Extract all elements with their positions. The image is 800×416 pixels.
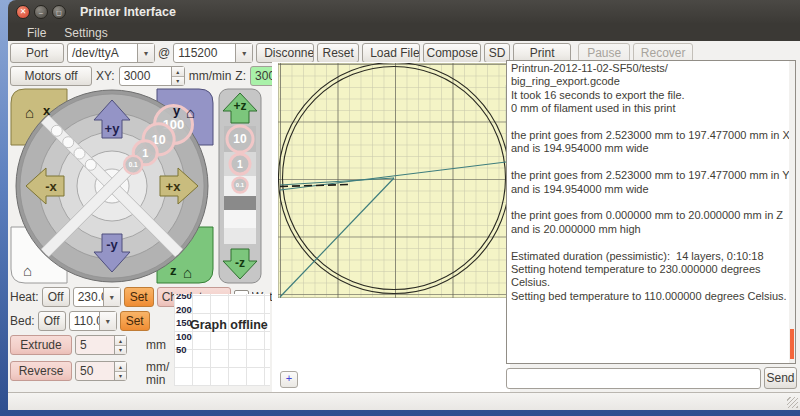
port-select-value: /dev/ttyA — [68, 44, 137, 62]
speed-unit-label-2: min — [146, 373, 165, 387]
log-line: Setting bed temperature to 110.000000 de… — [511, 290, 791, 303]
log-line: 0 mm of filament used in this print — [511, 102, 791, 115]
log-line — [511, 116, 791, 129]
log-line: and is 194.954000 mm wide — [511, 142, 791, 155]
spin-up-icon[interactable]: ▴ — [115, 336, 126, 346]
feed-unit-label: mm/min — [189, 69, 232, 83]
log-line: the print goes from 2.523000 mm to 197.4… — [511, 129, 791, 142]
graph-axis-label: 50 — [176, 344, 192, 358]
gcode-viewer[interactable]: + — [272, 62, 510, 392]
disconnect-button[interactable]: Disconnect — [256, 43, 314, 63]
home-icon: ⌂ — [25, 104, 34, 121]
minimize-icon[interactable]: – — [34, 5, 48, 19]
status-bar — [8, 392, 800, 410]
step-01-label: 0.1 — [129, 161, 138, 168]
gcode-canvas[interactable] — [278, 63, 508, 298]
heat-off-button[interactable]: Off — [42, 287, 70, 307]
close-icon[interactable]: ✕ — [16, 5, 30, 19]
log-output[interactable]: Printrun-2012-11-02-SF50/tests/big_ring_… — [506, 60, 796, 364]
home-icon: ⌂ — [23, 262, 32, 279]
z-step-1-label: 1 — [237, 158, 243, 170]
jog-pad[interactable]: +y -y -x +x 100 10 1 0.1 ⌂ x y ⌂ ⌂ z ⌂ — [10, 88, 214, 284]
extrude-length-stepper[interactable]: ▴▾ — [75, 335, 127, 355]
bed-label: Bed: — [10, 314, 35, 328]
chevron-down-icon[interactable]: ▾ — [137, 44, 154, 62]
spin-down-icon[interactable]: ▾ — [172, 77, 184, 86]
menu-item[interactable]: File — [18, 26, 55, 40]
maximize-icon[interactable]: ◻ — [52, 5, 66, 19]
compose-button[interactable]: Compose — [423, 43, 481, 63]
extrude-unit-label: mm — [146, 338, 166, 352]
window-title: Printer Interface — [80, 5, 176, 19]
z-jog-control[interactable]: +z -z 10 1 0.1 — [218, 88, 262, 284]
baud-select[interactable]: 115200 ▾ — [173, 43, 253, 63]
reset-button[interactable]: Reset — [317, 43, 359, 63]
send-button[interactable]: Send — [764, 367, 797, 389]
z-selected-band[interactable] — [224, 196, 256, 210]
reverse-speed-stepper[interactable]: ▴▾ — [75, 361, 127, 381]
log-line: Estimated duration (pessimistic): 14 lay… — [511, 250, 791, 263]
reverse-speed-input[interactable] — [76, 362, 114, 380]
log-line — [511, 236, 791, 249]
log-line: It took 16 seconds to export the file. — [511, 89, 791, 102]
extrude-button[interactable]: Extrude — [10, 335, 72, 355]
jog-plus-x-label: +x — [166, 179, 182, 194]
temp-graph: 25020015010050 Graph offline — [174, 294, 270, 386]
desktop: ✕ – ◻ Printer Interface FileSettings Por… — [0, 0, 800, 416]
home-icon: ⌂ — [183, 264, 192, 281]
graph-axis-label: 250 — [176, 294, 192, 304]
chevron-down-icon[interactable]: ▾ — [103, 288, 120, 306]
port-button[interactable]: Port — [10, 43, 64, 63]
z-step-01-label: 0.1 — [236, 182, 245, 188]
log-line — [511, 196, 791, 209]
zoom-in-button[interactable]: + — [280, 371, 298, 388]
baud-select-value: 115200 — [174, 44, 235, 62]
load-file-button[interactable]: Load File — [362, 43, 420, 63]
home-x-label: x — [43, 103, 51, 118]
heat-target-value: 230.0 — [74, 288, 103, 306]
z-feed-label: Z: — [235, 69, 246, 83]
spin-down-icon[interactable]: ▾ — [115, 372, 126, 381]
log-scrollbar-thumb[interactable] — [790, 329, 794, 359]
spin-up-icon[interactable]: ▴ — [115, 362, 126, 372]
z-step-10-label: 10 — [233, 132, 247, 146]
chevron-down-icon[interactable]: ▾ — [99, 312, 116, 330]
home-y-label: y — [173, 103, 181, 118]
log-line: and is 194.954000 mm wide — [511, 183, 791, 196]
resize-grip-icon[interactable] — [787, 397, 798, 408]
z-band[interactable] — [224, 228, 256, 244]
xy-feed-stepper[interactable]: ▴▾ — [119, 66, 185, 86]
reverse-button[interactable]: Reverse — [10, 361, 72, 381]
xy-feed-input[interactable] — [120, 67, 171, 85]
log-line: big_ring_export.gcode — [511, 75, 791, 88]
heat-label: Heat: — [10, 290, 39, 304]
motors-off-button[interactable]: Motors off — [10, 66, 92, 86]
log-scrollbar[interactable] — [789, 61, 795, 363]
extrude-row: Extrude ▴▾ — [10, 334, 127, 356]
jog-plus-y-label: +y — [105, 121, 121, 136]
bed-off-button[interactable]: Off — [38, 311, 66, 331]
at-label: @ — [158, 46, 170, 60]
chevron-down-icon[interactable]: ▾ — [235, 44, 252, 62]
step-1-label: 1 — [142, 147, 148, 159]
jog-minus-x-label: -x — [45, 179, 57, 194]
log-line: Printrun-2012-11-02-SF50/tests/ — [511, 62, 791, 75]
home-icon: ⌂ — [186, 104, 195, 121]
bed-target-select[interactable]: 110.0 ▾ — [69, 311, 117, 331]
spin-up-icon[interactable]: ▴ — [172, 67, 184, 77]
z-band[interactable] — [224, 210, 256, 228]
reverse-row: Reverse ▴▾ — [10, 360, 127, 382]
spin-down-icon[interactable]: ▾ — [115, 346, 126, 355]
extrude-length-input[interactable] — [76, 336, 114, 354]
log-line: the print goes from 0.000000 mm to 20.00… — [511, 209, 791, 222]
log-line: and is 20.000000 mm high — [511, 223, 791, 236]
home-z-label: z — [170, 263, 177, 278]
log-line: the print goes from 2.523000 mm to 197.4… — [511, 169, 791, 182]
menubar: FileSettings — [8, 24, 800, 41]
port-select[interactable]: /dev/ttyA ▾ — [67, 43, 155, 63]
menu-item[interactable]: Settings — [55, 26, 116, 40]
bed-set-button[interactable]: Set — [120, 311, 150, 331]
heat-set-button[interactable]: Set — [124, 287, 154, 307]
command-input[interactable] — [506, 368, 761, 389]
heat-target-select[interactable]: 230.0 ▾ — [73, 287, 121, 307]
